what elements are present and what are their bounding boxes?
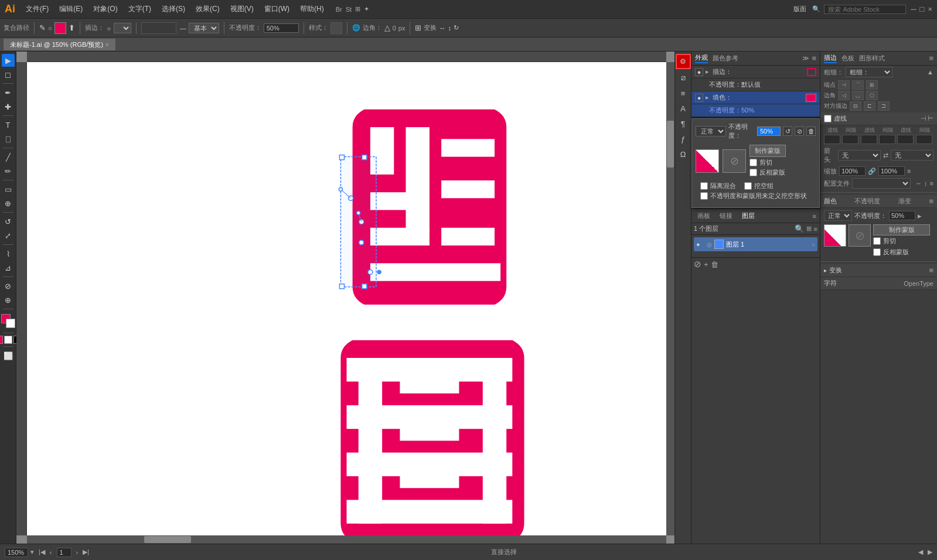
page-input[interactable] <box>57 548 71 557</box>
gradient-tab[interactable]: 渐变 <box>898 197 911 206</box>
nav-prev-button[interactable]: ‹ <box>50 549 52 556</box>
properties-icon[interactable]: ≡ <box>677 87 690 100</box>
scale-link-icon[interactable]: 🔗 <box>868 168 876 175</box>
bridge-icon[interactable]: Br <box>336 6 342 13</box>
stroke-tab[interactable]: 描边 <box>824 53 837 63</box>
fill-color-swatch[interactable] <box>806 94 816 102</box>
bottom-blend-select[interactable]: 正常 <box>824 210 852 221</box>
make-mask-button[interactable]: 制作蒙版 <box>749 145 786 157</box>
define-shape-checkbox[interactable] <box>700 192 708 200</box>
vertical-scrollbar[interactable] <box>666 62 674 535</box>
pen-mode-icon[interactable]: ✎ <box>39 23 46 32</box>
transform-menu-icon[interactable]: ≡ <box>929 266 933 275</box>
direct-selection-tool[interactable]: ◻ <box>2 68 15 81</box>
scale-end-input[interactable] <box>878 166 905 176</box>
type-tool[interactable]: T <box>2 118 15 131</box>
library-icon[interactable]: ⧄ <box>677 71 690 84</box>
shape-icon[interactable]: ○ <box>48 25 52 32</box>
search-layers-icon[interactable]: 🔍 <box>795 224 804 233</box>
reset-opacity-btn[interactable]: ↺ <box>783 127 792 136</box>
type-icon[interactable]: A <box>677 102 690 115</box>
menu-select[interactable]: 选择(S) <box>157 2 190 16</box>
bottom-opacity-input[interactable] <box>889 211 915 220</box>
round-cap-icon[interactable]: ⌒ <box>852 80 864 90</box>
background-color[interactable] <box>6 319 15 328</box>
menu-edit[interactable]: 编辑(E) <box>54 2 87 16</box>
color-panel-menu[interactable]: ≡ <box>929 197 933 206</box>
glyphs-icon[interactable]: Ω <box>677 148 690 161</box>
gap-input-2[interactable] <box>879 135 895 144</box>
artboard-panel-tab[interactable]: 画板 <box>695 210 713 221</box>
butt-cap-icon[interactable]: ⊣ <box>838 80 850 90</box>
menu-effect[interactable]: 效果(C) <box>191 2 224 16</box>
zoom-input[interactable] <box>5 548 28 557</box>
color-mode-fill[interactable] <box>0 336 3 344</box>
opacity-input[interactable] <box>264 23 299 33</box>
color-swatches[interactable] <box>1 314 15 328</box>
menu-window[interactable]: 窗口(W) <box>260 2 294 16</box>
rectangle-tool[interactable]: ▭ <box>2 183 15 196</box>
eyedropper-tool[interactable]: ⊘ <box>2 279 15 292</box>
dash-input-1[interactable] <box>824 135 840 144</box>
stroke-weight-select[interactable]: 粗细： <box>846 67 892 77</box>
rotate-icon[interactable]: ↻ <box>454 24 459 32</box>
opentype-icon[interactable]: ƒ <box>677 132 690 145</box>
style-swatch[interactable] <box>330 22 342 34</box>
appearance-tab[interactable]: 外观 <box>695 53 708 63</box>
profile-select[interactable] <box>852 178 911 189</box>
delete-layer-icon[interactable]: 🗑 <box>711 260 718 269</box>
appearance-gear-icon[interactable]: ⚙ <box>676 54 691 69</box>
scale-start-input[interactable] <box>839 166 866 176</box>
dashes-align-icon-1[interactable]: ⊣ <box>921 115 926 122</box>
canvas-document[interactable] <box>27 62 666 535</box>
miter-join-icon[interactable]: ◁ <box>838 91 850 100</box>
nav-next-button[interactable]: › <box>76 549 79 556</box>
round-join-icon[interactable]: ◡ <box>852 91 864 100</box>
layer-actions-icon[interactable]: ≡ <box>814 226 817 233</box>
flip-v-icon[interactable]: ↕ <box>448 25 451 32</box>
menu-type[interactable]: 文字(T) <box>124 2 156 16</box>
flip-h-icon[interactable]: ↔ <box>439 25 445 32</box>
make-mask-icon-btn[interactable]: ⊘ <box>795 127 804 136</box>
add-layer-icon[interactable]: + <box>704 260 708 269</box>
props-panel-menu[interactable]: ≡ <box>929 54 933 63</box>
gap-input-3[interactable] <box>916 135 932 144</box>
document-tab[interactable]: 未标题-1.ai @ 150% (RGB/预览) × <box>4 39 115 50</box>
swatches-tab[interactable]: 色板 <box>841 54 854 63</box>
paragraph-icon[interactable]: ¶ <box>677 117 690 130</box>
layer-item-1[interactable]: ● ◎ 图层 1 ○ <box>694 237 817 251</box>
nav-first-button[interactable]: |◀ <box>39 548 45 556</box>
h-scroll-thumb[interactable] <box>144 536 191 543</box>
dashes-align-icon-2[interactable]: ⊢ <box>928 115 933 122</box>
nav-last-button[interactable]: ▶| <box>83 548 89 556</box>
zoom-down-icon[interactable]: ▾ <box>30 548 34 556</box>
interpolation-icon[interactable]: ⬦ <box>107 23 111 32</box>
invert-checkbox[interactable] <box>749 169 757 176</box>
gap-input-1[interactable] <box>842 135 858 144</box>
area-type-tool[interactable]: ⎕ <box>2 132 15 145</box>
blend-mode-select[interactable]: 正常 <box>696 126 726 136</box>
graph-tool[interactable]: ⊿ <box>2 261 15 274</box>
bottom-make-mask-button[interactable]: 制作蒙版 <box>873 224 930 235</box>
align-outside-icon[interactable]: ⊐ <box>878 101 890 111</box>
shape-builder-tool[interactable]: ⊕ <box>2 197 15 210</box>
align-center-icon[interactable]: ⊟ <box>850 101 861 111</box>
clip-checkbox[interactable] <box>749 159 757 166</box>
add-anchor-tool[interactable]: ✚ <box>2 100 15 113</box>
pen-tool[interactable]: ✒ <box>2 86 15 99</box>
graphic-styles-tab[interactable]: 图形样式 <box>859 54 885 63</box>
stroke-swatch[interactable] <box>807 68 816 76</box>
zoom-tool[interactable]: ⊕ <box>2 293 15 306</box>
transparency-tab-2[interactable]: 不透明度 <box>854 197 880 206</box>
horizontal-scrollbar[interactable] <box>27 535 666 544</box>
isolate-checkbox[interactable] <box>700 182 708 190</box>
menu-help[interactable]: 帮助(H) <box>295 2 329 16</box>
stroke-eye[interactable]: ● <box>695 68 703 76</box>
align-inside-icon[interactable]: ⊏ <box>864 101 875 111</box>
transform-expand-icon[interactable]: ▸ <box>824 267 827 274</box>
stock-search-input[interactable] <box>824 5 906 14</box>
profile-vertical-flip-icon[interactable]: ↕ <box>924 180 928 187</box>
knockout-checkbox[interactable] <box>744 182 752 190</box>
line-tool[interactable]: ╱ <box>2 151 15 163</box>
menu-view[interactable]: 视图(V) <box>226 2 258 16</box>
